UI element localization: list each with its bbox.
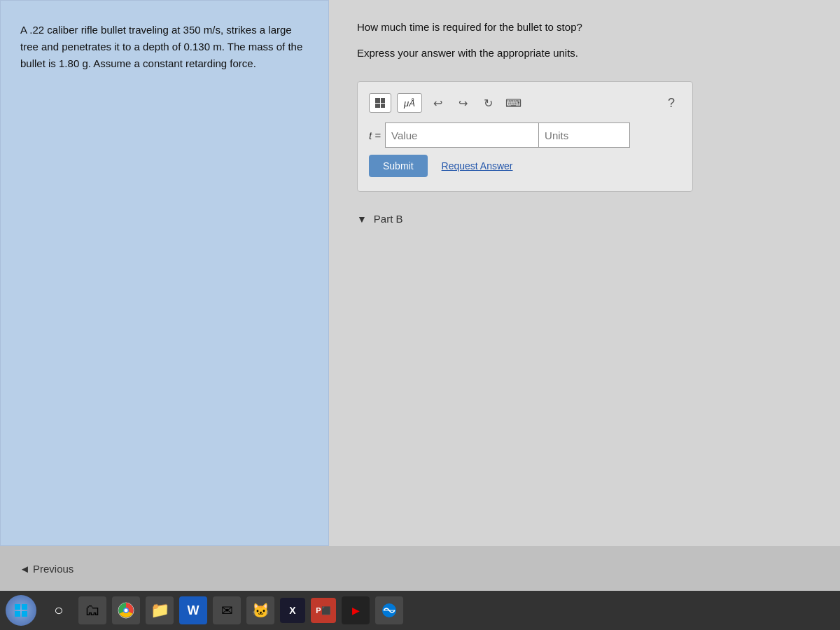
mu-label: μÅ (404, 98, 415, 108)
submit-button[interactable]: Submit (369, 155, 428, 177)
mail-button[interactable]: ✉ (213, 596, 241, 624)
folder-icon: 📁 (150, 601, 169, 620)
units-input[interactable] (539, 122, 630, 148)
search-button[interactable]: ○ (45, 596, 73, 624)
powerpoint-icon: P⬛ (316, 606, 330, 615)
browser2-icon (381, 602, 398, 619)
powerpoint-button[interactable]: P⬛ (311, 598, 336, 623)
help-icon: ? (668, 96, 675, 111)
action-row: Submit Request Answer (369, 155, 681, 177)
redo-button[interactable]: ↪ (453, 93, 472, 113)
question-subtitle: Express your answer with the appropriate… (357, 47, 812, 59)
excel-button[interactable]: X (280, 598, 305, 623)
input-label: t = (369, 130, 381, 141)
refresh-button[interactable]: ↻ (478, 93, 498, 113)
word-button[interactable]: W (179, 596, 207, 624)
answer-box: μÅ ↩ ↪ ↻ ⌨ ? t = (357, 81, 693, 192)
chrome-icon (117, 601, 135, 620)
help-button[interactable]: ? (662, 93, 681, 113)
excel-icon: X (289, 605, 295, 616)
svg-rect-3 (22, 611, 27, 617)
problem-statement: A .22 caliber rifle bullet traveling at … (0, 0, 329, 546)
previous-button[interactable]: ◄ Previous (14, 557, 85, 580)
grid-icon (375, 98, 385, 108)
formatting-toolbar: μÅ ↩ ↪ ↻ ⌨ ? (369, 93, 681, 113)
value-input[interactable] (385, 122, 539, 148)
problem-text: A .22 caliber rifle bullet traveling at … (20, 22, 309, 72)
windows-icon (14, 603, 28, 617)
start-button[interactable] (6, 595, 36, 626)
refresh-icon: ↻ (484, 97, 493, 110)
teams-button[interactable]: 🐱 (246, 596, 274, 624)
browser2-button[interactable] (375, 596, 403, 624)
question-title: How much time is required for the bullet… (357, 21, 812, 33)
grid-icon-button[interactable] (369, 93, 391, 113)
part-b-arrow-icon: ▼ (357, 214, 367, 225)
media-button[interactable]: ▶ (342, 596, 370, 624)
redo-icon: ↪ (458, 97, 468, 110)
mail-icon: ✉ (221, 602, 233, 619)
media-icon: ▶ (352, 605, 360, 616)
undo-icon: ↩ (433, 97, 442, 110)
file-explorer-button[interactable]: 🗂 (78, 596, 106, 624)
svg-point-7 (125, 609, 128, 612)
teams-icon: 🐱 (252, 602, 270, 619)
folder-button[interactable]: 📁 (146, 596, 174, 624)
keyboard-button[interactable]: ⌨ (503, 93, 523, 113)
taskbar: ○ 🗂 📁 W ✉ 🐱 X P⬛ (0, 591, 840, 630)
svg-rect-0 (15, 604, 20, 610)
request-answer-button[interactable]: Request Answer (442, 160, 513, 172)
part-b-label: Part B (374, 213, 403, 225)
mu-button[interactable]: μÅ (397, 93, 422, 113)
chrome-button[interactable] (112, 596, 140, 624)
svg-rect-1 (22, 604, 27, 610)
svg-rect-2 (15, 611, 20, 617)
input-row: t = (369, 122, 681, 148)
search-circle-icon: ○ (54, 601, 63, 620)
answer-panel: How much time is required for the bullet… (329, 0, 840, 546)
file-explorer-icon: 🗂 (85, 601, 100, 620)
keyboard-icon: ⌨ (505, 97, 522, 110)
word-icon: W (188, 603, 200, 618)
undo-button[interactable]: ↩ (428, 93, 447, 113)
part-b-section[interactable]: ▼ Part B (357, 213, 812, 225)
